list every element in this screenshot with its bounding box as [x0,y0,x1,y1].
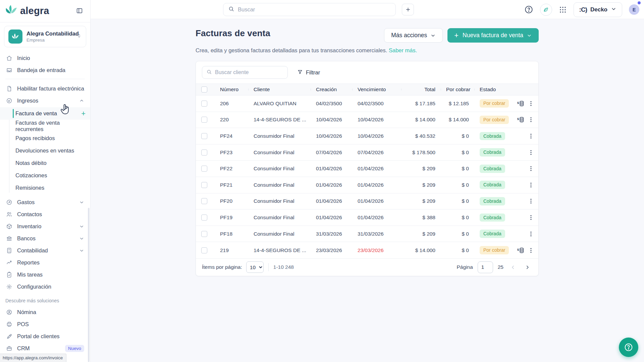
help-icon[interactable] [524,5,533,14]
eco-leaf-icon[interactable] [540,4,552,16]
page-label: Página [457,264,473,270]
sidebar-subitem-facturas-de-venta-recurrentes[interactable]: Facturas de venta recurrentes [0,120,90,132]
filter-button[interactable]: Filtrar [297,69,320,76]
sidebar-scrollbar[interactable] [88,208,90,362]
sidebar-item-crm[interactable]: CRMNuevo [0,342,90,354]
col-estado[interactable]: Estado [474,86,515,93]
workspace-switcher[interactable]: :C) Decko [574,2,622,17]
col-creacion[interactable]: Creación [311,86,352,93]
cell-numero: PF23 [215,149,248,156]
row-menu-kebab-icon[interactable] [528,116,534,123]
help-fab[interactable] [619,338,638,357]
cell-cliente: 14-4-SEGUROS DE ... [248,117,311,123]
cell-cliente: ALVARO QUITIAN [248,101,311,107]
col-numero[interactable]: Número [215,86,248,93]
sidebar-item-mis-tareas[interactable]: Mis tareas [0,268,90,281]
user-avatar[interactable]: E [629,4,639,15]
sidebar-item-contactos[interactable]: Contactos [0,208,90,220]
row-checkbox[interactable] [201,101,207,107]
col-por-cobrar[interactable]: Por cobrar [441,86,474,93]
row-menu-kebab-icon[interactable] [528,214,534,221]
sidebar-subitem-cotizaciones[interactable]: Cotizaciones [0,169,90,182]
sidebar-item-bancos[interactable]: Bancos [0,232,90,244]
cell-vencimiento: 10/04/2026 [352,133,401,139]
table-row[interactable]: PF24Consumidor Final10/04/202610/04/2026… [196,128,538,144]
sidebar-item-contabilidad[interactable]: Contabilidad [0,244,90,256]
sidebar-subitem-notas-debito[interactable]: Notas débito [0,157,90,169]
sidebar-item-reportes[interactable]: Reportes [0,256,90,268]
sidebar-item-gastos[interactable]: Gastos [0,196,90,208]
row-menu-kebab-icon[interactable] [528,132,534,140]
more-actions-button[interactable]: Más acciones [384,28,443,43]
cell-cliente: Consumidor Final [248,149,311,156]
table-row[interactable]: PF23Consumidor Final07/04/202607/04/2026… [196,144,538,161]
row-checkbox[interactable] [201,149,207,156]
row-menu-kebab-icon[interactable] [528,165,534,172]
cell-por-cobrar: $ 0 [441,182,474,188]
sidebar-item-portal-de-clientes[interactable]: Portal de clientes [0,330,90,342]
prev-page-button[interactable] [508,263,518,272]
table-row[interactable]: 206ALVARO QUITIAN04/02/350004/02/3500$ 1… [196,96,538,112]
sidebar-item-nomina[interactable]: Nómina [0,306,90,318]
quick-create-button[interactable] [402,4,414,15]
global-search[interactable] [223,3,396,16]
row-checkbox[interactable] [201,247,207,253]
table-row[interactable]: PF18Consumidor Final31/03/202631/03/2026… [196,226,538,242]
row-menu-kebab-icon[interactable] [528,247,534,254]
client-search-input[interactable] [215,69,283,75]
cell-por-cobrar: $ 0 [441,231,474,237]
register-payment-icon[interactable]: $ [517,247,525,254]
company-selector[interactable]: Alegra Contabilidad Empresa [4,26,86,47]
sidebar-subitem-devoluciones-en-ventas[interactable]: Devoluciones en ventas [0,144,90,157]
select-all-checkbox[interactable] [201,86,207,93]
row-checkbox[interactable] [201,198,207,204]
cell-total: $ 209 [401,198,441,204]
row-menu-kebab-icon[interactable] [528,100,534,107]
sidebar-item-inventario[interactable]: Inventario [0,220,90,232]
sidebar-item-ingresos[interactable]: Ingresos [0,95,90,107]
sidebar-subitem-pagos-recibidos[interactable]: Pagos recibidos [0,132,90,144]
new-invoice-button[interactable]: + Nueva factura de venta [447,28,539,43]
items-per-page-select[interactable]: 10 [246,261,264,273]
cell-cliente: Consumidor Final [248,198,311,204]
col-vencimiento[interactable]: Vencimiento [352,86,401,93]
company-avatar [8,29,22,44]
table-row[interactable]: 21914-4-SEGUROS DE ...23/03/202623/03/20… [196,242,538,258]
cell-creacion: 01/04/2026 [311,215,352,221]
learn-more-link[interactable]: Saber más. [389,47,417,53]
sidebar-subitem-remisiones[interactable]: Remisiones [0,182,90,194]
add-invoice-plus-icon[interactable]: + [81,110,86,117]
row-menu-kebab-icon[interactable] [528,181,534,189]
global-search-input[interactable] [238,6,391,13]
row-checkbox[interactable] [201,166,207,172]
sidebar-item-inicio[interactable]: Inicio [0,52,90,64]
client-search[interactable] [202,66,288,79]
row-menu-kebab-icon[interactable] [528,197,534,205]
sidebar-item-habilitar-factura-electronica[interactable]: Habilitar factura electrónica [0,82,90,95]
page-number-input[interactable] [478,261,493,273]
row-checkbox[interactable] [201,133,207,139]
sidebar-item-bandeja-de-entrada[interactable]: Bandeja de entrada [0,64,90,76]
next-page-button[interactable] [523,263,532,272]
cell-por-cobrar: $ 0 [441,166,474,172]
sidebar-collapse-button[interactable] [75,6,84,15]
sidebar-subitem-factura-de-venta[interactable]: Factura de venta+ [0,107,90,120]
row-checkbox[interactable] [201,182,207,188]
sidebar-item-pos[interactable]: POS [0,318,90,330]
row-checkbox[interactable] [201,231,207,237]
col-cliente[interactable]: Cliente [248,86,311,93]
apps-grid-icon[interactable] [559,6,567,14]
row-menu-kebab-icon[interactable] [528,149,534,156]
table-row[interactable]: PF20Consumidor Final01/04/202601/04/2026… [196,193,538,210]
col-total[interactable]: Total [401,86,441,93]
register-payment-icon[interactable]: $ [517,116,525,123]
row-checkbox[interactable] [201,215,207,221]
table-row[interactable]: PF21Consumidor Final01/04/202601/04/2026… [196,177,538,193]
table-row[interactable]: PF22Consumidor Final01/04/202601/04/2026… [196,161,538,177]
table-row[interactable]: 22014-4-SEGUROS DE ...10/04/202610/04/20… [196,112,538,128]
table-row[interactable]: PF19Consumidor Final01/04/202601/04/2026… [196,209,538,226]
row-checkbox[interactable] [201,117,207,123]
sidebar-item-configuracion[interactable]: Configuración [0,281,90,293]
row-menu-kebab-icon[interactable] [528,230,534,238]
register-payment-icon[interactable]: $ [517,100,525,107]
